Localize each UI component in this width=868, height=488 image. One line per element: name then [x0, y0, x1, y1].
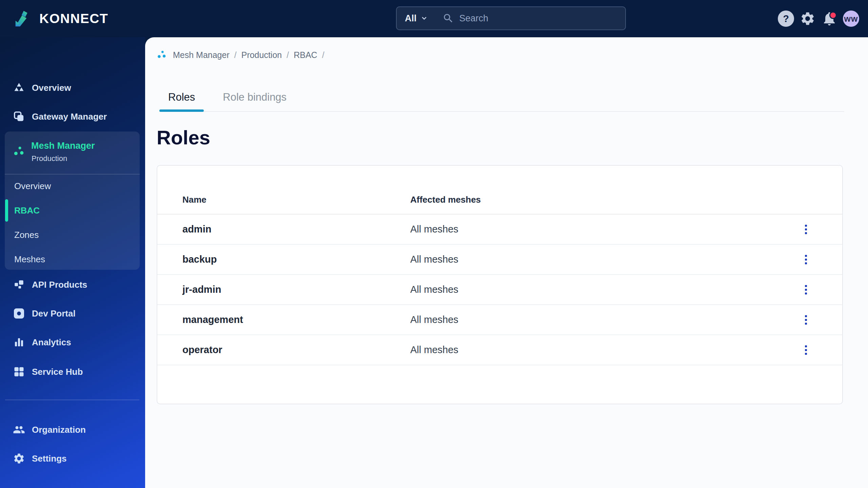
global-search-bar: All [396, 6, 626, 30]
column-header-affected-meshes: Affected meshes [410, 195, 842, 205]
sidebar-item-label: Overview [32, 83, 71, 93]
table-header-row: Name Affected meshes [157, 185, 842, 215]
gear-icon [800, 11, 815, 26]
sidebar-item-label: Gateway Manager [32, 111, 107, 122]
sidebar-item-overview[interactable]: Overview [0, 78, 145, 98]
sidebar-item-label: Organization [32, 425, 86, 435]
sidebar-subitem-label: Zones [14, 230, 39, 240]
breadcrumb: Mesh Manager / Production / RBAC / [157, 49, 324, 60]
organization-icon [13, 424, 25, 436]
sidebar-item-label: API Products [32, 280, 87, 290]
row-actions-button[interactable] [798, 282, 813, 297]
affected-meshes-value: All meshes [410, 224, 798, 235]
dev-portal-icon [13, 307, 25, 320]
sidebar-subitem-label: RBAC [14, 205, 40, 216]
affected-meshes-value: All meshes [410, 314, 798, 325]
settings-gear-icon [13, 452, 25, 465]
table-row[interactable]: operator All meshes [157, 335, 842, 365]
search-scope-selector[interactable]: All [401, 13, 431, 24]
konnect-wordmark: KONNECT [39, 11, 108, 26]
sidebar-item-api-products[interactable]: API Products [0, 274, 145, 295]
help-icon: ? [778, 11, 794, 27]
breadcrumb-item-rbac[interactable]: RBAC [294, 50, 317, 60]
breadcrumb-item-mesh-manager[interactable]: Mesh Manager [173, 50, 230, 60]
tab-bar: Roles Role bindings [159, 78, 844, 112]
sidebar-item-dev-portal[interactable]: Dev Portal [0, 303, 145, 324]
table-row[interactable]: backup All meshes [157, 245, 842, 275]
table-row[interactable]: jr-admin All meshes [157, 275, 842, 305]
gateway-manager-icon [13, 110, 25, 123]
chevron-down-icon [420, 14, 428, 22]
sidebar-subitem-label: Overview [14, 181, 51, 191]
mesh-manager-label: Mesh Manager [31, 141, 95, 151]
sidebar-item-settings[interactable]: Settings [0, 448, 145, 469]
analytics-icon [13, 336, 25, 348]
konnect-app: KONNECT All ? [0, 0, 868, 488]
column-header-name: Name [157, 195, 410, 205]
konnect-logo[interactable]: KONNECT [12, 0, 108, 37]
sidebar-subitem-meshes[interactable]: Meshes [5, 247, 140, 271]
main-content: Mesh Manager / Production / RBAC / Roles… [145, 37, 868, 488]
search-scope-value: All [405, 13, 417, 24]
user-menu-button[interactable]: ww [843, 10, 860, 27]
page-title: Roles [157, 126, 210, 149]
overview-icon [13, 82, 25, 94]
sidebar: Overview Gateway Manager Mesh Manager Pr… [0, 37, 145, 488]
breadcrumb-separator: / [287, 50, 289, 60]
sidebar-item-mesh-manager[interactable]: Mesh Manager Production [5, 131, 140, 175]
role-name: management [157, 314, 410, 325]
tab-roles[interactable]: Roles [159, 78, 204, 111]
mesh-manager-section: Mesh Manager Production Overview RBAC Zo… [5, 131, 140, 270]
affected-meshes-value: All meshes [410, 344, 798, 355]
sidebar-item-organization[interactable]: Organization [0, 420, 145, 440]
sidebar-item-analytics[interactable]: Analytics [0, 332, 145, 352]
settings-button[interactable] [799, 10, 816, 27]
table-row[interactable]: admin All meshes [157, 215, 842, 245]
affected-meshes-value: All meshes [410, 284, 798, 295]
role-name: backup [157, 254, 410, 265]
sidebar-item-label: Settings [32, 453, 67, 464]
top-bar: KONNECT All ? [0, 0, 868, 37]
roles-table-card: Name Affected meshes admin All meshes ba… [157, 165, 843, 404]
kong-logo-icon [12, 9, 32, 28]
mesh-manager-icon [13, 145, 26, 158]
role-name: admin [157, 224, 410, 235]
breadcrumb-separator: / [234, 50, 237, 60]
table-row[interactable]: management All meshes [157, 305, 842, 335]
row-actions-button[interactable] [798, 252, 813, 267]
tab-role-bindings[interactable]: Role bindings [214, 78, 295, 111]
notification-dot [829, 12, 837, 19]
sidebar-subitem-zones[interactable]: Zones [5, 223, 140, 247]
row-actions-button[interactable] [798, 343, 813, 358]
sidebar-item-label: Service Hub [32, 367, 83, 377]
notifications-button[interactable] [821, 10, 838, 27]
api-products-icon [13, 279, 25, 291]
search-input[interactable] [459, 13, 618, 24]
mesh-manager-subnav: Overview RBAC Zones Meshes [5, 174, 140, 271]
breadcrumb-item-production[interactable]: Production [241, 50, 282, 60]
sidebar-item-label: Dev Portal [32, 308, 76, 319]
role-name: operator [157, 344, 410, 355]
top-actions: ? ww [777, 0, 860, 37]
search-icon [442, 13, 454, 24]
sidebar-subitem-overview[interactable]: Overview [5, 174, 140, 198]
sidebar-item-service-hub[interactable]: Service Hub [0, 362, 145, 382]
row-actions-button[interactable] [798, 222, 813, 237]
sidebar-item-label: Analytics [32, 337, 71, 348]
role-name: jr-admin [157, 284, 410, 295]
help-button[interactable]: ? [777, 10, 794, 27]
affected-meshes-value: All meshes [410, 254, 798, 265]
mesh-manager-breadcrumb-icon [157, 49, 167, 60]
row-actions-button[interactable] [798, 312, 813, 327]
mesh-manager-environment: Production [32, 154, 67, 163]
sidebar-divider [5, 400, 139, 400]
sidebar-subitem-label: Meshes [14, 254, 45, 265]
avatar: ww [843, 11, 859, 27]
breadcrumb-separator: / [322, 50, 324, 60]
sidebar-item-gateway-manager[interactable]: Gateway Manager [0, 106, 145, 127]
sidebar-subitem-rbac[interactable]: RBAC [5, 198, 140, 223]
service-hub-icon [13, 366, 25, 378]
